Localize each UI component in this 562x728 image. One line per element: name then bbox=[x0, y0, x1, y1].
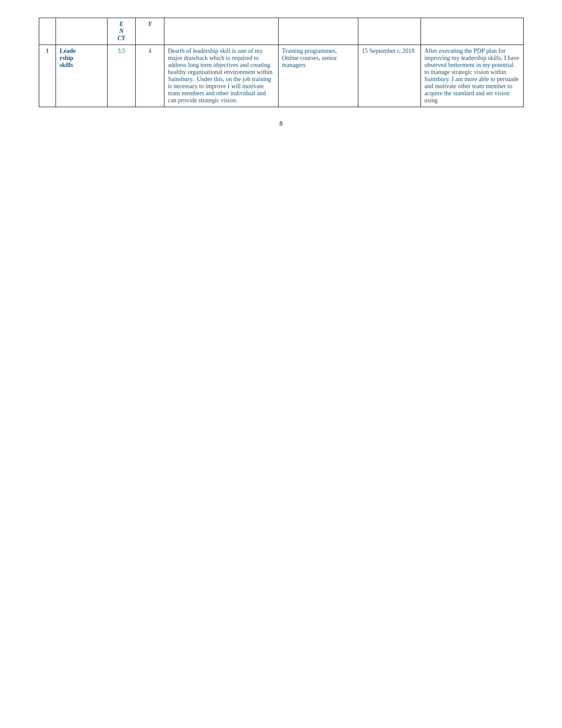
outcome-text: After executing the PDP plan for improvi… bbox=[424, 48, 519, 104]
row-gap: Dearth of leadership skill is one of my … bbox=[164, 45, 278, 107]
header-skill-cell bbox=[56, 18, 107, 45]
row-date: 15 September r, 2018 bbox=[358, 45, 421, 107]
gap-text: Dearth of leadership skill is one of my … bbox=[168, 48, 272, 104]
header-cy-label: CY bbox=[118, 35, 126, 41]
pdp-table: E N CY Y 1 Leade bbox=[39, 18, 524, 107]
header-e-label: E bbox=[119, 21, 123, 27]
row-num: 1 bbox=[39, 45, 56, 107]
table-header-row: E N CY Y bbox=[39, 18, 523, 45]
header-outcome-cell bbox=[421, 18, 523, 45]
header-y-label: Y bbox=[148, 21, 152, 27]
skill-name: Leade rship skills bbox=[60, 48, 76, 68]
page-content: E N CY Y 1 Leade bbox=[39, 18, 524, 127]
page-number: 8 bbox=[39, 120, 524, 127]
header-activity-cell bbox=[278, 18, 358, 45]
date-text: 15 September r, 2018 bbox=[362, 48, 415, 54]
header-gap-cell bbox=[164, 18, 278, 45]
table-row: 1 Leade rship skills 3.5 4 bbox=[39, 45, 523, 107]
activity-text: Training programmes, Online courses, sen… bbox=[282, 48, 337, 68]
header-ency-cell: E N CY bbox=[107, 18, 136, 45]
header-y-cell: Y bbox=[136, 18, 164, 45]
row-y: 4 bbox=[136, 45, 164, 107]
row-ency: 3.5 bbox=[107, 45, 136, 107]
row-outcome: After executing the PDP plan for improvi… bbox=[421, 45, 523, 107]
row-skill: Leade rship skills bbox=[56, 45, 107, 107]
header-n-label: N bbox=[119, 28, 123, 34]
row-activity: Training programmes, Online courses, sen… bbox=[278, 45, 358, 107]
header-date-cell bbox=[358, 18, 421, 45]
header-num-cell bbox=[39, 18, 56, 45]
